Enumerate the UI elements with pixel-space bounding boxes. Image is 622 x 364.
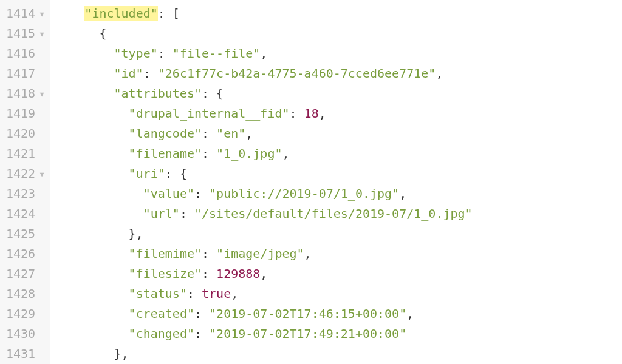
line-number: 1422▼ (6, 164, 46, 184)
fold-toggle-icon[interactable]: ▼ (38, 164, 46, 184)
code-editor[interactable]: "included": [ { "type": "file--file", "i… (50, 0, 622, 364)
line-number: 1431▼ (6, 344, 46, 364)
code-line: }, (55, 344, 622, 364)
line-number: 1429▼ (6, 304, 46, 324)
json-key: "created" (129, 306, 194, 321)
json-key: "value" (143, 186, 194, 201)
json-key: "filesize" (129, 266, 202, 281)
line-number: 1418▼ (6, 84, 46, 104)
json-key-highlighted: "included" (84, 6, 157, 21)
json-string: "2019-07-02T17:49:21+00:00" (209, 326, 406, 341)
json-key: "filemime" (129, 246, 202, 261)
json-boolean: true (202, 286, 231, 301)
json-key: "status" (129, 286, 187, 301)
line-number: 1419▼ (6, 104, 46, 124)
json-key: "filename" (129, 146, 202, 161)
code-line: "status": true, (55, 284, 622, 304)
code-line: "changed": "2019-07-02T17:49:21+00:00" (55, 324, 622, 344)
code-line: "filename": "1_0.jpg", (55, 144, 622, 164)
line-number: 1417▼ (6, 64, 46, 84)
json-key: "langcode" (129, 126, 202, 141)
json-string: "/sites/default/files/2019-07/1_0.jpg" (194, 206, 473, 221)
line-number: 1420▼ (6, 124, 46, 144)
line-number-gutter: 1414▼ 1415▼ 1416▼ 1417▼ 1418▼ 1419▼ 1420… (0, 0, 50, 364)
fold-toggle-icon[interactable]: ▼ (38, 24, 46, 44)
line-number: 1428▼ (6, 284, 46, 304)
json-key: "uri" (129, 166, 165, 181)
code-line: "value": "public://2019-07/1_0.jpg", (55, 184, 622, 204)
line-number: 1414▼ (6, 4, 46, 24)
code-line: "drupal_internal__fid": 18, (55, 104, 622, 124)
code-line: { (55, 24, 622, 44)
line-number: 1415▼ (6, 24, 46, 44)
json-string: "image/jpeg" (216, 246, 304, 261)
fold-toggle-icon[interactable]: ▼ (38, 84, 46, 104)
json-number: 18 (304, 106, 319, 121)
json-key: "changed" (129, 326, 194, 341)
json-key: "attributes" (114, 86, 202, 101)
json-string: "26c1f77c-b42a-4775-a460-7cced6ee771e" (158, 66, 436, 81)
line-number: 1423▼ (6, 184, 46, 204)
json-string: "2019-07-02T17:46:15+00:00" (209, 306, 406, 321)
code-line: "langcode": "en", (55, 124, 622, 144)
code-line: "created": "2019-07-02T17:46:15+00:00", (55, 304, 622, 324)
json-key: "drupal_internal__fid" (129, 106, 290, 121)
line-number: 1430▼ (6, 324, 46, 344)
fold-toggle-icon[interactable]: ▼ (38, 4, 46, 24)
json-string: "file--file" (173, 46, 261, 61)
line-number: 1426▼ (6, 244, 46, 264)
json-string: "public://2019-07/1_0.jpg" (209, 186, 399, 201)
code-line: "filemime": "image/jpeg", (55, 244, 622, 264)
json-string: "1_0.jpg" (216, 146, 282, 161)
line-number: 1416▼ (6, 44, 46, 64)
code-line: "included": [ (55, 4, 622, 24)
code-line: "uri": { (55, 164, 622, 184)
json-number: 129888 (216, 266, 260, 281)
code-line: "attributes": { (55, 84, 622, 104)
code-line: "type": "file--file", (55, 44, 622, 64)
json-key: "id" (114, 66, 143, 81)
line-number: 1425▼ (6, 224, 46, 244)
code-line: "url": "/sites/default/files/2019-07/1_0… (55, 204, 622, 224)
line-number: 1424▼ (6, 204, 46, 224)
code-line: "filesize": 129888, (55, 264, 622, 284)
code-line: }, (55, 224, 622, 244)
json-key: "type" (114, 46, 158, 61)
code-line: "id": "26c1f77c-b42a-4775-a460-7cced6ee7… (55, 64, 622, 84)
json-string: "en" (216, 126, 245, 141)
line-number: 1421▼ (6, 144, 46, 164)
line-number: 1427▼ (6, 264, 46, 284)
json-key: "url" (143, 206, 180, 221)
